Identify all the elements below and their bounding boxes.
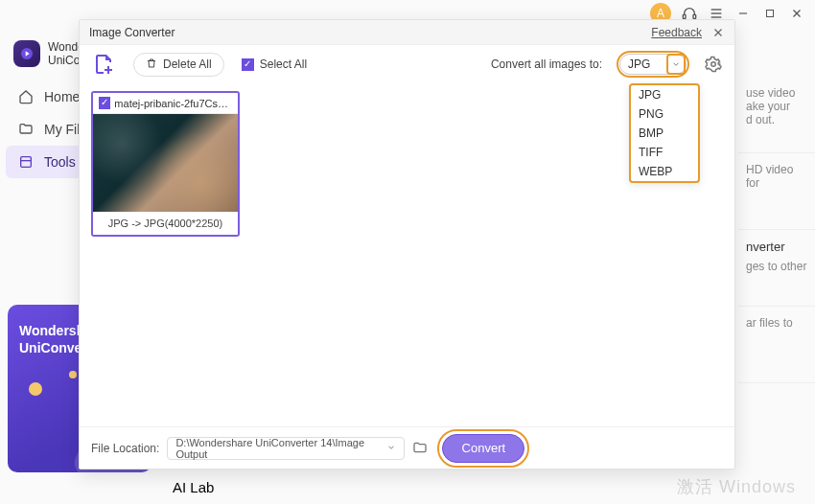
sidebar-item-label: Home bbox=[44, 89, 80, 104]
file-name: matej-pribanic-2fu7CsklT... bbox=[114, 98, 232, 109]
folder-icon bbox=[17, 121, 35, 138]
bg-text: use video bbox=[746, 86, 807, 100]
svg-rect-1 bbox=[693, 14, 696, 18]
format-option-jpg[interactable]: JPG bbox=[631, 85, 698, 104]
file-thumbnail bbox=[93, 114, 238, 212]
file-caption: JPG -> JPG(4000*2250) bbox=[93, 212, 238, 235]
bg-text: ges to other bbox=[746, 260, 807, 273]
home-icon bbox=[17, 88, 35, 105]
format-option-bmp[interactable]: BMP bbox=[631, 124, 698, 143]
close-button[interactable] bbox=[788, 5, 805, 22]
settings-icon[interactable] bbox=[704, 55, 723, 74]
checkbox-icon[interactable] bbox=[99, 97, 110, 109]
delete-all-label: Delete All bbox=[163, 57, 212, 71]
trash-icon bbox=[146, 57, 157, 72]
bg-text: ake your bbox=[746, 100, 807, 113]
section-heading-ailab: AI Lab bbox=[173, 479, 214, 495]
delete-all-button[interactable]: Delete All bbox=[133, 53, 224, 77]
dialog-title: Image Converter bbox=[89, 26, 175, 39]
convert-to-label: Convert all images to: bbox=[491, 57, 602, 71]
avatar-initial: A bbox=[657, 7, 664, 20]
format-select[interactable]: JPG bbox=[619, 54, 687, 75]
select-all-checkbox[interactable]: Select All bbox=[242, 57, 307, 71]
promo-decoration bbox=[69, 371, 77, 378]
chevron-down-icon bbox=[666, 54, 686, 75]
bg-text: HD video for bbox=[746, 163, 807, 190]
format-dropdown: JPG PNG BMP TIFF WEBP bbox=[629, 83, 700, 183]
svg-rect-6 bbox=[767, 11, 774, 17]
format-option-tiff[interactable]: TIFF bbox=[631, 143, 698, 162]
convert-button[interactable]: Convert bbox=[442, 434, 524, 463]
promo-decoration bbox=[29, 382, 42, 396]
convert-button-label: Convert bbox=[462, 441, 506, 455]
svg-point-15 bbox=[711, 62, 716, 67]
bg-text: ar files to bbox=[746, 316, 807, 330]
maximize-button[interactable] bbox=[761, 5, 779, 22]
sidebar-item-label: Tools bbox=[44, 154, 76, 170]
selected-format: JPG bbox=[628, 57, 650, 71]
svg-rect-11 bbox=[21, 157, 32, 168]
open-folder-icon[interactable] bbox=[412, 440, 430, 457]
select-all-label: Select All bbox=[260, 57, 307, 71]
file-location-select[interactable]: D:\Wondershare UniConverter 14\Image Out… bbox=[167, 437, 405, 460]
convert-button-highlight: Convert bbox=[437, 429, 529, 468]
checkbox-icon bbox=[242, 58, 254, 71]
add-image-icon[interactable] bbox=[91, 52, 116, 77]
file-location-label: File Location: bbox=[91, 442, 159, 455]
format-option-png[interactable]: PNG bbox=[631, 104, 698, 124]
app-logo-icon bbox=[13, 40, 40, 67]
dialog-toolbar: Delete All Select All Convert all images… bbox=[80, 45, 734, 83]
file-card[interactable]: matej-pribanic-2fu7CsklT... JPG -> JPG(4… bbox=[91, 91, 240, 237]
dialog-footer: File Location: D:\Wondershare UniConvert… bbox=[80, 426, 734, 469]
minimize-button[interactable] bbox=[734, 5, 752, 22]
svg-rect-0 bbox=[683, 14, 686, 18]
format-option-webp[interactable]: WEBP bbox=[631, 162, 698, 181]
image-converter-dialog: Image Converter Feedback Delete All Sele… bbox=[79, 19, 735, 470]
file-location-path: D:\Wondershare UniConverter 14\Image Out… bbox=[175, 437, 386, 460]
bg-text: d out. bbox=[746, 113, 807, 126]
windows-activation-watermark: 激活 Windows bbox=[677, 475, 796, 498]
tools-icon bbox=[17, 153, 35, 171]
dialog-header: Image Converter Feedback bbox=[80, 20, 734, 45]
background-cards-partial: use video ake your d out. HD video for n… bbox=[738, 77, 815, 383]
close-icon[interactable] bbox=[711, 26, 725, 39]
chevron-down-icon bbox=[386, 443, 396, 454]
bg-card-title: nverter bbox=[746, 240, 807, 254]
feedback-link[interactable]: Feedback bbox=[651, 26, 702, 39]
